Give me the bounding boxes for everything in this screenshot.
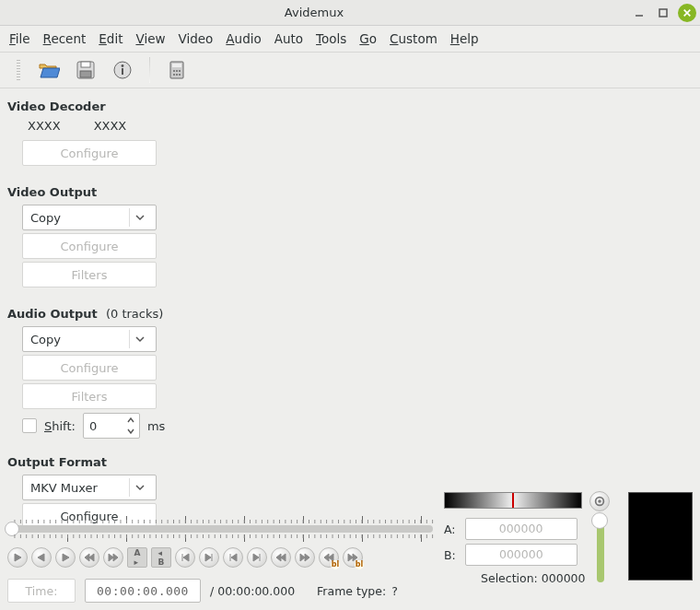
output-format-heading: Output Format [7,455,693,469]
set-marker-a-button[interactable]: A▸ [127,547,147,568]
svg-point-12 [173,74,175,76]
shift-spinbox[interactable]: 0 [83,413,140,439]
ruler-bottom [9,534,435,542]
menu-edit[interactable]: Edit [99,31,122,46]
menu-auto[interactable]: Auto [274,31,303,46]
first-frame-button[interactable] [271,547,291,568]
calculator-icon[interactable] [165,58,189,82]
muxer-combo[interactable]: MKV Muxer [22,475,157,500]
step-fwd-button[interactable] [55,547,76,568]
svg-point-5 [122,65,124,67]
video-output-section: Video Output Copy Configure Filters [7,182,693,290]
prev-cut-button[interactable] [223,547,243,568]
marker-a-label: A: [444,522,456,536]
video-filters-button[interactable]: Filters [22,262,157,287]
svg-rect-2 [81,62,90,67]
svg-point-16 [598,499,601,502]
titlebar: Avidemux [0,0,700,26]
open-icon[interactable] [37,58,61,82]
timecode-field[interactable]: 00:00:00.000 [85,579,201,603]
svg-point-13 [176,74,178,76]
audio-filters-button[interactable]: Filters [22,383,157,409]
shift-checkbox[interactable] [22,418,37,433]
frametype-label: Frame type: [317,584,386,598]
stop-back-button[interactable] [31,547,52,568]
save-icon[interactable] [74,58,98,82]
selection-label: Selection: 000000 [481,571,586,585]
svg-rect-0 [659,9,667,17]
marker-a-field[interactable]: 000000 [465,518,578,540]
next-keyframe-button[interactable] [199,547,219,568]
next-cut-button[interactable] [247,547,267,568]
marker-b-field[interactable]: 000000 [465,544,578,566]
toolbar [0,52,700,88]
video-configure-button[interactable]: Configure [22,233,157,259]
close-button[interactable] [678,4,696,22]
marker-b-label: B: [444,548,456,562]
menu-recent[interactable]: Recent [43,31,87,46]
scrub-wheel[interactable] [444,492,582,509]
set-marker-b-button[interactable]: ◂B [151,547,171,568]
prev-frame-button[interactable] [79,547,99,568]
menu-go[interactable]: Go [359,31,377,46]
decoder-info-1: XXXX [28,119,61,133]
window-title: Avidemux [4,6,624,19]
transport-controls: A▸ ◂B bl bl [7,547,437,568]
timeline-slider[interactable] [9,525,433,533]
info-icon[interactable] [111,58,134,82]
preview-pane [628,492,693,581]
toolbar-separator [149,57,150,83]
prev-black-button[interactable]: bl [319,547,339,568]
decoder-info-2: XXXX [94,119,127,133]
audio-codec-combo[interactable]: Copy [22,326,157,352]
video-decoder-heading: Video Decoder [7,100,693,113]
play-button[interactable] [7,547,28,568]
menu-tools[interactable]: Tools [316,31,346,46]
audio-configure-button[interactable]: Configure [22,355,157,381]
menu-audio[interactable]: Audio [226,31,261,46]
time-button[interactable]: Time: [7,579,76,603]
svg-point-11 [179,70,181,72]
last-frame-button[interactable] [295,547,315,568]
menu-file[interactable]: File [9,31,30,46]
svg-rect-8 [172,64,181,67]
bottom-panel: A▸ ◂B bl bl Time: 00:00:00.000 / 00:00:0… [7,514,693,603]
right-cluster: A: 000000 B: 000000 Selection: 000000 [444,492,693,603]
next-black-button[interactable]: bl [343,547,363,568]
audio-output-heading: Audio Output (0 tracks) [7,307,693,321]
volume-slider-thumb[interactable] [591,512,608,529]
frametype-value: ? [391,584,398,598]
spin-up-icon[interactable] [124,415,137,426]
next-frame-button[interactable] [103,547,123,568]
side-panel: Video Decoder XXXX XXXX Configure Video … [0,88,700,545]
shift-label: Shift: [44,419,76,433]
svg-rect-3 [80,71,91,77]
svg-point-9 [173,70,175,72]
video-codec-combo[interactable]: Copy [22,205,157,230]
audio-output-section: Audio Output (0 tracks) Copy Configure F… [7,303,693,439]
spin-down-icon[interactable] [124,426,137,437]
menu-video[interactable]: Video [179,31,214,46]
decoder-configure-button[interactable]: Configure [22,140,157,166]
svg-point-10 [176,70,178,72]
svg-rect-6 [122,68,123,75]
chevron-down-icon [135,481,145,495]
shift-unit: ms [147,419,165,433]
menu-help[interactable]: Help [450,31,479,46]
chevron-down-icon [135,211,145,225]
menu-view[interactable]: View [135,31,165,46]
settings-gear-button[interactable] [589,491,610,511]
prev-keyframe-button[interactable] [175,547,195,568]
menu-custom[interactable]: Custom [390,31,438,46]
ruler-top [9,516,435,523]
svg-point-14 [179,74,181,76]
video-output-heading: Video Output [7,185,693,199]
duration-label: / 00:00:00.000 [210,584,295,598]
menubar: File Recent Edit View Video Audio Auto T… [0,26,700,52]
minimize-button[interactable] [630,4,648,22]
chevron-down-icon [135,333,145,346]
maximize-button[interactable] [654,4,672,22]
video-decoder-section: Video Decoder XXXX XXXX Configure [7,96,693,169]
